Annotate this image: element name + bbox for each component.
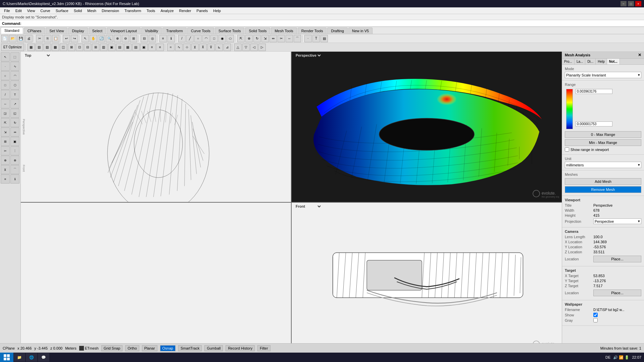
sb-ortho-btn[interactable]: Ortho [125, 345, 139, 351]
tab-standard[interactable]: Standard [1, 27, 23, 34]
tab-curve-tools[interactable]: Curve Tools [187, 28, 214, 34]
lt-layer-btn[interactable]: ≡ [1, 174, 10, 184]
close-button[interactable]: × [635, 1, 641, 6]
menu-file[interactable]: File [1, 8, 13, 13]
lt-rect-btn[interactable]: □ [1, 81, 10, 90]
tb-layer[interactable]: ≡ [159, 35, 167, 42]
lt-split-btn[interactable]: ⋮ [10, 146, 19, 155]
menu-help[interactable]: Help [210, 8, 224, 13]
tb-undo[interactable]: ↩ [63, 35, 70, 42]
wp-gray-checkbox[interactable] [593, 318, 598, 322]
tab-surface-tools[interactable]: Surface Tools [215, 28, 244, 34]
sb-gridsnap-btn[interactable]: Grid Snap [101, 345, 123, 351]
command-input[interactable] [24, 21, 642, 25]
tab-render-tools[interactable]: Render Tools [298, 28, 327, 34]
tb2-b11[interactable]: ▣ [108, 44, 115, 51]
tb-copy[interactable]: ⎘ [44, 35, 51, 42]
sb-osnap-btn[interactable]: Osnap [160, 345, 176, 351]
viewport-top-label[interactable]: Top Perspective Front Right [23, 53, 51, 58]
rp-tab-help[interactable]: Help [596, 59, 607, 64]
rp-tab-layers[interactable]: La... [575, 59, 585, 64]
tb2-b2[interactable]: ▧ [36, 44, 43, 51]
tb-cut[interactable]: ✂ [36, 35, 43, 42]
tb-copy2[interactable]: ⊕ [245, 35, 253, 42]
viewport-front[interactable]: Front Top Perspective Right [292, 203, 562, 353]
btn-0-max-range[interactable]: 0 - Max Range [565, 131, 641, 138]
menu-solid[interactable]: Solid [71, 8, 85, 13]
tb-properties[interactable]: ℹ [167, 35, 175, 42]
lt-rotate-btn[interactable]: ↻ [10, 118, 19, 127]
tgt-place-btn[interactable]: Place... [593, 290, 641, 296]
sb-planar-btn[interactable]: Planar [142, 345, 157, 351]
tb-print[interactable]: 🖨 [25, 35, 33, 42]
tb-snap[interactable]: ◎ [149, 35, 156, 42]
tb-box[interactable]: □ [210, 35, 218, 42]
sb-record-history-btn[interactable]: Record History [226, 345, 255, 351]
tb-arc[interactable]: ◠ [202, 35, 210, 42]
wp-show-checkbox[interactable] [593, 313, 598, 317]
menu-transform[interactable]: Transform [122, 8, 144, 13]
sb-filter-btn[interactable]: Filter [257, 345, 270, 351]
lt-leader-btn[interactable]: ↗ [10, 99, 19, 108]
tb2-b1[interactable]: ▦ [28, 44, 35, 51]
tb-zoomext[interactable]: ⊞ [130, 35, 137, 42]
minimize-button[interactable]: − [621, 1, 627, 6]
viewport-front-label[interactable]: Front Top Perspective Right [294, 204, 322, 209]
menu-render[interactable]: Render [177, 8, 194, 13]
lt-prop-btn[interactable]: ℹ [10, 174, 19, 184]
unit-dropdown[interactable]: millimeters ▾ [565, 162, 641, 168]
tb2-b3[interactable]: ▨ [44, 44, 51, 51]
viewport-perspective[interactable]: Perspective Top Front Right [292, 52, 562, 202]
lt-array-btn[interactable]: ⊞ [1, 137, 10, 146]
tb2-b9[interactable]: ⊞ [92, 44, 99, 51]
lt-polygon-btn[interactable]: ⬡ [10, 81, 19, 90]
tab-viewport-layout[interactable]: Viewport Layout [107, 28, 141, 34]
tb-open[interactable]: 📂 [9, 35, 16, 42]
btn-add-mesh[interactable]: Add Mesh [565, 178, 641, 185]
tb-paste[interactable]: 📋 [52, 35, 59, 42]
lt-surface-btn[interactable]: ◲ [1, 109, 10, 118]
viewport-top-select[interactable]: Top Perspective Front Right [23, 53, 51, 58]
tb2-b14[interactable]: ▤ [132, 44, 140, 51]
menu-view[interactable]: View [24, 8, 38, 13]
rp-tab-not[interactable]: Not... [607, 59, 620, 64]
tab-transform[interactable]: Transform [162, 28, 187, 34]
lt-circle-btn[interactable]: ○ [1, 71, 10, 80]
menu-tools[interactable]: Tools [144, 8, 158, 13]
tb-rotate[interactable]: 🔄 [98, 35, 105, 42]
tb-trim[interactable]: ✂ [278, 35, 285, 42]
tb2-d4[interactable]: ▷ [258, 44, 266, 51]
lt-mirror-btn[interactable]: ⇔ [10, 127, 19, 137]
range-max-input[interactable] [576, 89, 612, 94]
tb-point[interactable]: · [304, 35, 312, 42]
lt-curve-btn[interactable]: ∿ [10, 62, 19, 71]
mode-dropdown[interactable]: Planarity Scale Invariant ▾ [565, 72, 641, 78]
tb2-b13[interactable]: ▦ [124, 44, 132, 51]
tb2-d3[interactable]: ◁ [250, 44, 258, 51]
tab-solid-tools[interactable]: Solid Tools [245, 28, 270, 34]
lt-dim-btn[interactable]: ↔ [1, 99, 10, 108]
tb-sphere[interactable]: ◉ [218, 35, 226, 42]
tb2-c8[interactable]: ⊿ [224, 44, 231, 51]
tb-select[interactable]: ↖ [82, 35, 89, 42]
viewport-front-select[interactable]: Front Top Perspective Right [294, 204, 322, 209]
cam-place-btn[interactable]: Place... [593, 256, 641, 262]
tab-select[interactable]: Select [89, 28, 106, 34]
tb-line[interactable]: / [178, 35, 186, 42]
tab-new-in-v5[interactable]: New in V5 [348, 28, 373, 34]
tab-drafting[interactable]: Drafting [327, 28, 348, 34]
tb-zoomout[interactable]: ⊖ [122, 35, 129, 42]
tb2-b12[interactable]: ▤ [116, 44, 123, 51]
lt-move-btn[interactable]: ⇱ [1, 118, 10, 127]
tb-hatch[interactable]: ▤ [320, 35, 328, 42]
tb2-b8[interactable]: ⊟ [84, 44, 91, 51]
taskbar-skype-btn[interactable]: 💬 [38, 353, 49, 362]
tb2-b17[interactable]: ≡ [156, 44, 164, 51]
tb2-c1[interactable]: ≈ [167, 44, 175, 51]
tb2-c4[interactable]: ⊻ [191, 44, 199, 51]
lt-arc-btn[interactable]: ◠ [10, 71, 19, 80]
taskbar-ie-btn[interactable]: 🌐 [26, 353, 37, 362]
tb2-c3[interactable]: ⊹ [183, 44, 191, 51]
lt-select2-btn[interactable]: ⬚ [10, 52, 19, 61]
viewport-perspective-label[interactable]: Perspective Top Front Right [294, 53, 322, 58]
